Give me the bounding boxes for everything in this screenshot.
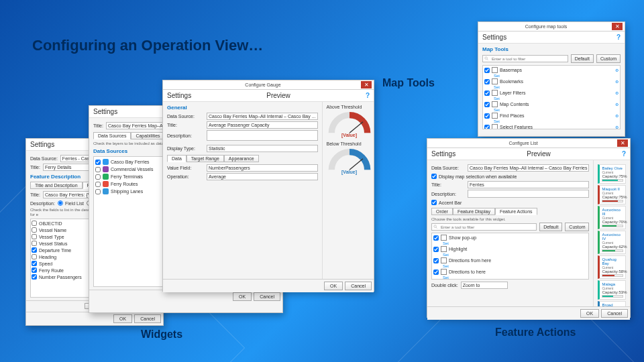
action-icon <box>441 246 447 252</box>
title-field[interactable]: Ferries <box>468 181 589 188</box>
checkbox[interactable] <box>95 182 101 187</box>
title-field[interactable]: Average Passenger Capacity <box>207 121 318 129</box>
gear-icon[interactable]: ⚙ <box>615 113 619 118</box>
preview-list-item[interactable]: Aucocisco IVCurrentCapacity:62% <box>598 231 626 254</box>
checkbox[interactable] <box>95 160 101 165</box>
default-button[interactable]: Default <box>571 54 594 63</box>
checkbox[interactable] <box>95 167 101 172</box>
checkbox[interactable] <box>32 267 37 273</box>
radio-field-list[interactable] <box>58 200 63 206</box>
checkbox[interactable] <box>484 102 490 107</box>
tool-checklist-item[interactable]: Layer Filters⚙ <box>484 89 619 97</box>
close-icon[interactable]: ✕ <box>617 139 628 147</box>
value-field-dropdown[interactable]: NumberPassengers <box>207 164 318 172</box>
tab-feature-display[interactable]: Feature Display <box>453 208 495 215</box>
tool-checklist-item[interactable]: Basemaps⚙ <box>484 66 619 74</box>
action-checklist-item[interactable]: Directions to here <box>433 268 587 276</box>
gear-icon[interactable]: ⚙ <box>615 125 619 129</box>
preview-list: Bailey OiveCurrentCapacity:75%Maquoit II… <box>594 160 630 306</box>
data-source-dropdown[interactable]: Casco Bay Ferries Map–All Internal – Cas… <box>207 113 318 120</box>
checkbox[interactable] <box>32 274 37 280</box>
cancel-button[interactable]: Cancel <box>254 292 280 301</box>
close-icon[interactable]: ✕ <box>612 23 623 30</box>
set-link[interactable]: Set <box>443 276 587 280</box>
gear-icon[interactable]: ⚙ <box>615 90 619 95</box>
search-input[interactable] <box>482 55 568 62</box>
tool-checklist-item[interactable]: Map Contents⚙ <box>484 101 619 108</box>
cancel-button[interactable]: Cancel <box>345 282 372 290</box>
checkbox-accent-bar[interactable] <box>431 200 437 205</box>
checkbox[interactable] <box>484 68 490 73</box>
tab-capabilities[interactable]: Capabilities <box>131 132 164 139</box>
preview-list-item[interactable]: Aucocisco IIICurrentCapacity:70% <box>598 206 626 229</box>
checkbox[interactable] <box>32 234 37 239</box>
tab-data[interactable]: Data <box>167 155 186 162</box>
tab-feature-actions[interactable]: Feature Actions <box>495 208 537 215</box>
checkbox[interactable] <box>433 269 439 275</box>
tab-order[interactable]: Order <box>431 208 453 215</box>
search-input[interactable] <box>431 223 537 231</box>
checkbox[interactable] <box>433 247 439 252</box>
custom-button[interactable]: Custom <box>596 54 621 63</box>
checkbox[interactable] <box>32 261 37 266</box>
action-checklist-item[interactable]: Highlight <box>433 245 587 253</box>
tool-checklist-item[interactable]: Select Features⚙ <box>484 123 619 129</box>
checkbox[interactable] <box>433 258 439 263</box>
ok-button[interactable]: OK <box>113 314 132 323</box>
description-field[interactable] <box>207 130 318 141</box>
action-icon <box>441 235 447 241</box>
close-icon[interactable]: ✕ <box>361 81 372 88</box>
title-label: Title: <box>30 165 40 170</box>
checkbox[interactable] <box>95 189 101 194</box>
checkbox[interactable] <box>32 241 37 246</box>
tab-title-desc[interactable]: Title and Description <box>30 182 83 189</box>
field-label: Number Passengers <box>39 275 82 280</box>
double-click-dropdown[interactable]: Zoom to <box>461 282 508 289</box>
description-field[interactable] <box>468 190 589 198</box>
ok-button[interactable]: OK <box>233 292 252 301</box>
checkbox-display-selection[interactable] <box>431 174 437 179</box>
preview-header: Preview <box>527 150 551 158</box>
help-icon[interactable]: ? <box>622 150 626 158</box>
tab-data-sources[interactable]: Data Sources <box>93 132 131 139</box>
display-type-dropdown[interactable]: Statistic <box>207 145 318 152</box>
gear-icon[interactable]: ⚙ <box>615 79 619 84</box>
checkbox[interactable] <box>484 125 490 130</box>
checkbox[interactable] <box>95 174 101 180</box>
help-icon[interactable]: ? <box>616 34 621 41</box>
tab-target-range[interactable]: Target Range <box>186 155 224 162</box>
checkbox[interactable] <box>484 79 490 84</box>
window-title: Configure List <box>429 141 617 145</box>
tool-checklist-item[interactable]: Find Places⚙ <box>484 112 619 119</box>
checkbox[interactable] <box>433 235 439 241</box>
ok-button[interactable]: OK <box>580 309 599 318</box>
checkbox[interactable] <box>32 221 37 226</box>
tab-appearance[interactable]: Appearance <box>224 155 259 162</box>
preview-list-item[interactable]: Broad CoveCurrentCapacity:54% <box>598 301 626 306</box>
checkbox[interactable] <box>32 254 37 259</box>
checkbox[interactable] <box>484 90 490 96</box>
checkbox[interactable] <box>32 227 37 233</box>
cancel-button[interactable]: Cancel <box>601 309 628 318</box>
gear-icon[interactable]: ⚙ <box>615 102 619 107</box>
checkbox[interactable] <box>32 247 37 253</box>
preview-list-item[interactable]: MalagaCurrentCapacity:53% <box>598 280 626 300</box>
action-checklist-item[interactable]: Directions from here <box>433 257 587 264</box>
checkbox[interactable] <box>484 113 490 119</box>
ok-button[interactable]: OK <box>324 282 343 290</box>
gear-icon[interactable]: ⚙ <box>615 68 619 72</box>
window-configure-list: Configure List✕ Settings Preview ? Data … <box>427 138 631 318</box>
custom-button[interactable]: Custom <box>565 223 589 231</box>
layer-color-icon <box>103 188 109 194</box>
action-checklist-item[interactable]: Show pop-up <box>433 234 587 241</box>
layer-label: Ferry Routes <box>111 182 138 186</box>
default-button[interactable]: Default <box>539 223 562 231</box>
operation-dropdown[interactable]: Average <box>207 173 318 180</box>
data-source-dropdown[interactable]: Casco Bay Ferries Map–All Internal – Cas… <box>468 164 589 172</box>
cancel-button[interactable]: Cancel <box>134 314 161 323</box>
help-icon[interactable]: ? <box>366 92 370 99</box>
tool-checklist-item[interactable]: Bookmarks⚙ <box>484 78 619 85</box>
preview-list-item[interactable]: Bailey OiveCurrentCapacity:75% <box>598 164 626 184</box>
preview-list-item[interactable]: Maquoit IICurrentCapacity:75% <box>598 185 626 204</box>
preview-list-item[interactable]: Quahog BayCurrentCapacity:58% <box>598 255 626 279</box>
